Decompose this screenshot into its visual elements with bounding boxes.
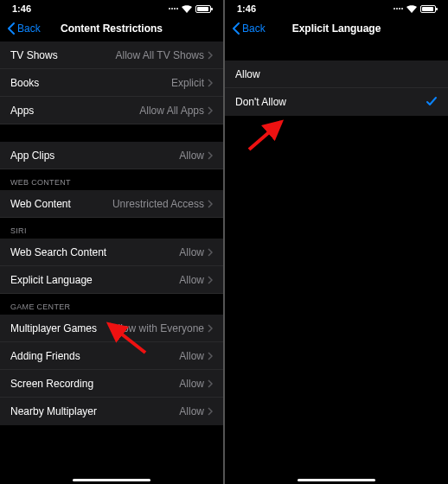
row-label: Web Search Content (10, 246, 106, 258)
chevron-right-icon (208, 248, 213, 257)
row-value: Allow (179, 274, 204, 286)
option-label: Don't Allow (235, 96, 286, 108)
row-value: Allow (179, 378, 204, 390)
section-header-siri: SIRI (0, 218, 223, 239)
row-adding-friends[interactable]: Adding Friends Allow (0, 342, 223, 370)
status-icons (169, 5, 211, 13)
chevron-right-icon (208, 324, 213, 333)
option-dont-allow[interactable]: Don't Allow (225, 88, 448, 116)
row-apps[interactable]: Apps Allow All Apps (0, 97, 223, 124)
wifi-icon (182, 5, 192, 13)
chevron-right-icon (208, 379, 213, 388)
section-header-game-center: GAME CENTER (0, 294, 223, 315)
back-button[interactable]: Back (2, 19, 46, 38)
row-value: Allow (179, 350, 204, 362)
signal-icon (169, 8, 178, 10)
status-bar: 1:46 (0, 0, 223, 16)
left-screenshot: 1:46 Back Content Restrictions TV Shows … (0, 0, 223, 484)
row-web-content[interactable]: Web Content Unrestricted Access (0, 190, 223, 218)
status-time: 1:46 (12, 3, 31, 14)
chevron-left-icon (7, 22, 16, 35)
nav-bar: Back Content Restrictions (0, 16, 223, 41)
signal-icon (394, 8, 403, 10)
row-screen-recording[interactable]: Screen Recording Allow (0, 370, 223, 398)
row-label: Web Content (10, 198, 71, 210)
row-books[interactable]: Books Explicit (0, 69, 223, 97)
home-indicator[interactable] (298, 479, 375, 481)
row-value: Allow with Everyone (112, 322, 204, 334)
battery-icon (420, 5, 436, 13)
row-app-clips[interactable]: App Clips Allow (0, 142, 223, 169)
option-allow[interactable]: Allow (225, 60, 448, 88)
row-label: Apps (10, 105, 34, 117)
row-label: App Clips (10, 150, 54, 162)
section-header-web-content: WEB CONTENT (0, 169, 223, 190)
home-indicator[interactable] (73, 479, 150, 481)
row-label: Screen Recording (10, 378, 93, 390)
row-tv-shows[interactable]: TV Shows Allow All TV Shows (0, 41, 223, 69)
chevron-right-icon (208, 79, 213, 87)
row-label: Books (10, 77, 39, 89)
chevron-right-icon (208, 276, 213, 284)
row-label: Nearby Multiplayer (10, 405, 97, 417)
status-time: 1:46 (237, 3, 256, 14)
page-title: Explicit Language (292, 22, 381, 35)
row-value: Allow (179, 405, 204, 417)
row-nearby-multiplayer[interactable]: Nearby Multiplayer Allow (0, 398, 223, 425)
battery-icon (195, 5, 211, 13)
row-value: Unrestricted Access (112, 198, 204, 210)
row-label: TV Shows (10, 49, 58, 61)
row-value: Allow All TV Shows (116, 49, 205, 61)
status-icons (394, 5, 436, 13)
page-title: Content Restrictions (61, 22, 163, 35)
status-bar: 1:46 (225, 0, 448, 16)
wifi-icon (406, 5, 417, 13)
row-multiplayer-games[interactable]: Multiplayer Games Allow with Everyone (0, 315, 223, 342)
row-value: Allow (179, 246, 204, 258)
row-label: Adding Friends (10, 350, 80, 362)
chevron-right-icon (208, 352, 213, 360)
row-label: Multiplayer Games (10, 322, 97, 334)
row-value: Allow All Apps (139, 105, 204, 117)
right-screenshot: 1:46 Back Explicit Language Allow Don't … (225, 0, 448, 484)
chevron-right-icon (208, 407, 213, 416)
row-web-search-content[interactable]: Web Search Content Allow (0, 239, 223, 266)
chevron-right-icon (208, 200, 213, 208)
row-label: Explicit Language (10, 274, 93, 286)
back-label: Back (17, 22, 41, 35)
back-label: Back (242, 22, 266, 35)
row-explicit-language[interactable]: Explicit Language Allow (0, 266, 223, 294)
chevron-right-icon (208, 106, 213, 115)
chevron-left-icon (232, 22, 240, 35)
chevron-right-icon (208, 151, 213, 160)
option-label: Allow (235, 68, 260, 80)
row-value: Explicit (171, 77, 204, 89)
row-value: Allow (179, 150, 204, 162)
back-button[interactable]: Back (227, 19, 271, 38)
nav-bar: Back Explicit Language (225, 16, 448, 41)
checkmark-icon (426, 96, 438, 108)
chevron-right-icon (208, 51, 213, 60)
